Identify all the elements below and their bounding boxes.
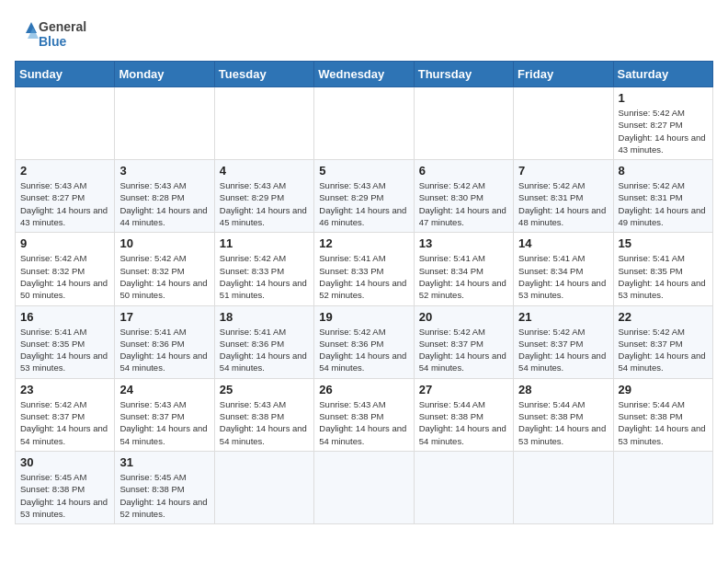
day-number: 9 <box>20 236 109 250</box>
day-info: Sunrise: 5:42 AMSunset: 8:36 PMDaylight:… <box>319 326 408 374</box>
calendar-cell <box>514 451 613 523</box>
day-info: Sunrise: 5:45 AMSunset: 8:38 PMDaylight:… <box>119 471 209 520</box>
day-number: 7 <box>518 164 608 178</box>
weekday-header-wednesday: Wednesday <box>314 62 414 87</box>
calendar-cell: 9Sunrise: 5:42 AMSunset: 8:32 PMDaylight… <box>16 233 115 305</box>
day-number: 4 <box>220 164 309 178</box>
calendar-cell <box>214 451 313 523</box>
calendar-cell <box>314 87 414 160</box>
calendar-cell: 28Sunrise: 5:44 AMSunset: 8:38 PMDayligh… <box>514 378 613 451</box>
day-number: 15 <box>619 236 708 250</box>
day-info: Sunrise: 5:42 AMSunset: 8:30 PMDaylight:… <box>419 179 508 228</box>
calendar-cell <box>16 87 115 160</box>
day-info: Sunrise: 5:41 AMSunset: 8:36 PMDaylight:… <box>220 326 309 374</box>
day-info: Sunrise: 5:41 AMSunset: 8:36 PMDaylight:… <box>119 326 209 374</box>
svg-text:Blue: Blue <box>39 34 67 49</box>
day-number: 23 <box>20 383 109 396</box>
calendar-cell <box>214 87 313 160</box>
calendar-week-row: 30Sunrise: 5:45 AMSunset: 8:38 PMDayligh… <box>16 451 713 523</box>
calendar-cell: 14Sunrise: 5:41 AMSunset: 8:34 PMDayligh… <box>514 233 613 305</box>
day-info: Sunrise: 5:44 AMSunset: 8:38 PMDaylight:… <box>419 398 508 447</box>
weekday-header-friday: Friday <box>514 62 613 87</box>
day-number: 26 <box>319 383 408 396</box>
weekday-header-thursday: Thursday <box>414 62 513 87</box>
day-number: 6 <box>419 164 508 178</box>
weekday-header-saturday: Saturday <box>613 62 712 87</box>
day-info: Sunrise: 5:41 AMSunset: 8:34 PMDaylight:… <box>419 252 508 301</box>
calendar-cell: 23Sunrise: 5:42 AMSunset: 8:37 PMDayligh… <box>16 378 115 451</box>
day-number: 22 <box>619 310 708 324</box>
day-number: 10 <box>119 236 209 250</box>
day-number: 21 <box>518 310 608 324</box>
day-info: Sunrise: 5:42 AMSunset: 8:33 PMDaylight:… <box>220 252 309 301</box>
day-number: 25 <box>220 383 309 396</box>
calendar-cell: 30Sunrise: 5:45 AMSunset: 8:38 PMDayligh… <box>16 451 115 523</box>
day-info: Sunrise: 5:44 AMSunset: 8:38 PMDaylight:… <box>619 398 708 447</box>
calendar-week-row: 2Sunrise: 5:43 AMSunset: 8:27 PMDaylight… <box>16 160 713 233</box>
calendar-cell: 4Sunrise: 5:43 AMSunset: 8:29 PMDaylight… <box>214 160 313 233</box>
calendar-cell: 12Sunrise: 5:41 AMSunset: 8:33 PMDayligh… <box>314 233 414 305</box>
day-number: 3 <box>119 164 209 178</box>
day-number: 14 <box>518 236 608 250</box>
day-number: 11 <box>220 236 309 250</box>
calendar-cell <box>613 451 712 523</box>
day-info: Sunrise: 5:42 AMSunset: 8:31 PMDaylight:… <box>518 179 608 228</box>
weekday-header-sunday: Sunday <box>16 62 115 87</box>
day-info: Sunrise: 5:41 AMSunset: 8:35 PMDaylight:… <box>619 252 708 301</box>
day-info: Sunrise: 5:44 AMSunset: 8:38 PMDaylight:… <box>518 398 608 447</box>
calendar-week-row: 16Sunrise: 5:41 AMSunset: 8:35 PMDayligh… <box>16 305 713 378</box>
day-number: 2 <box>20 164 109 178</box>
day-info: Sunrise: 5:43 AMSunset: 8:38 PMDaylight:… <box>319 398 408 447</box>
day-number: 31 <box>119 455 209 469</box>
calendar-cell: 3Sunrise: 5:43 AMSunset: 8:28 PMDaylight… <box>115 160 214 233</box>
calendar-cell: 13Sunrise: 5:41 AMSunset: 8:34 PMDayligh… <box>414 233 513 305</box>
day-info: Sunrise: 5:43 AMSunset: 8:38 PMDaylight:… <box>220 398 309 447</box>
day-info: Sunrise: 5:42 AMSunset: 8:37 PMDaylight:… <box>619 326 708 374</box>
day-number: 24 <box>119 383 209 396</box>
calendar-cell: 20Sunrise: 5:42 AMSunset: 8:37 PMDayligh… <box>414 305 513 378</box>
calendar-week-row: 23Sunrise: 5:42 AMSunset: 8:37 PMDayligh… <box>16 378 713 451</box>
calendar-cell: 2Sunrise: 5:43 AMSunset: 8:27 PMDaylight… <box>16 160 115 233</box>
day-info: Sunrise: 5:43 AMSunset: 8:29 PMDaylight:… <box>220 179 309 228</box>
calendar-cell: 27Sunrise: 5:44 AMSunset: 8:38 PMDayligh… <box>414 378 513 451</box>
day-info: Sunrise: 5:42 AMSunset: 8:27 PMDaylight:… <box>619 107 708 155</box>
calendar-cell: 18Sunrise: 5:41 AMSunset: 8:36 PMDayligh… <box>214 305 313 378</box>
svg-text:General: General <box>39 19 86 34</box>
day-info: Sunrise: 5:42 AMSunset: 8:32 PMDaylight:… <box>119 252 209 301</box>
calendar-cell: 31Sunrise: 5:45 AMSunset: 8:38 PMDayligh… <box>115 451 214 523</box>
day-info: Sunrise: 5:43 AMSunset: 8:27 PMDaylight:… <box>20 179 109 228</box>
day-number: 17 <box>119 310 209 324</box>
day-number: 18 <box>220 310 309 324</box>
day-number: 28 <box>518 383 608 396</box>
calendar-cell: 26Sunrise: 5:43 AMSunset: 8:38 PMDayligh… <box>314 378 414 451</box>
day-number: 5 <box>319 164 408 178</box>
calendar-cell: 22Sunrise: 5:42 AMSunset: 8:37 PMDayligh… <box>613 305 712 378</box>
weekday-header-row: SundayMondayTuesdayWednesdayThursdayFrid… <box>16 62 713 87</box>
calendar-cell: 17Sunrise: 5:41 AMSunset: 8:36 PMDayligh… <box>115 305 214 378</box>
logo-svg: General Blue <box>15 15 97 53</box>
day-info: Sunrise: 5:43 AMSunset: 8:37 PMDaylight:… <box>119 398 209 447</box>
calendar-cell: 15Sunrise: 5:41 AMSunset: 8:35 PMDayligh… <box>613 233 712 305</box>
calendar-cell: 19Sunrise: 5:42 AMSunset: 8:36 PMDayligh… <box>314 305 414 378</box>
calendar-cell: 29Sunrise: 5:44 AMSunset: 8:38 PMDayligh… <box>613 378 712 451</box>
day-info: Sunrise: 5:43 AMSunset: 8:28 PMDaylight:… <box>119 179 209 228</box>
calendar-cell: 6Sunrise: 5:42 AMSunset: 8:30 PMDaylight… <box>414 160 513 233</box>
day-info: Sunrise: 5:42 AMSunset: 8:32 PMDaylight:… <box>20 252 109 301</box>
calendar-week-row: 9Sunrise: 5:42 AMSunset: 8:32 PMDaylight… <box>16 233 713 305</box>
day-info: Sunrise: 5:45 AMSunset: 8:38 PMDaylight:… <box>20 471 109 520</box>
day-number: 8 <box>619 164 708 178</box>
day-info: Sunrise: 5:41 AMSunset: 8:34 PMDaylight:… <box>518 252 608 301</box>
day-info: Sunrise: 5:42 AMSunset: 8:37 PMDaylight:… <box>20 398 109 447</box>
day-number: 19 <box>319 310 408 324</box>
weekday-header-monday: Monday <box>115 62 214 87</box>
day-number: 20 <box>419 310 508 324</box>
calendar-cell: 11Sunrise: 5:42 AMSunset: 8:33 PMDayligh… <box>214 233 313 305</box>
day-number: 29 <box>619 383 708 396</box>
calendar-cell <box>115 87 214 160</box>
day-number: 13 <box>419 236 508 250</box>
weekday-header-tuesday: Tuesday <box>214 62 313 87</box>
calendar-cell <box>414 87 513 160</box>
day-info: Sunrise: 5:43 AMSunset: 8:29 PMDaylight:… <box>319 179 408 228</box>
day-info: Sunrise: 5:42 AMSunset: 8:37 PMDaylight:… <box>518 326 608 374</box>
calendar-cell <box>314 451 414 523</box>
